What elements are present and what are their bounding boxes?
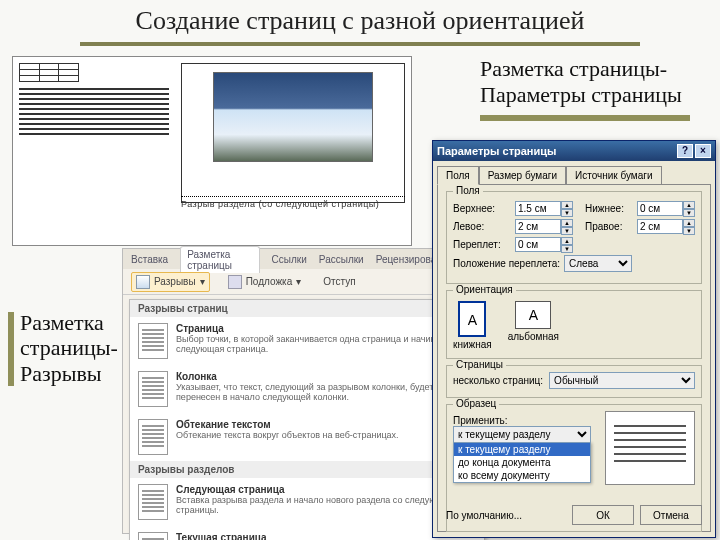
break-page[interactable]: СтраницаВыбор точки, в которой заканчива… — [130, 317, 484, 365]
top-margin-input[interactable] — [515, 201, 561, 216]
tab-paper-size[interactable]: Размер бумаги — [479, 166, 566, 185]
section-page-breaks: Разрывы страниц — [130, 300, 484, 317]
annotation-right-line2: Параметры страницы — [480, 82, 690, 108]
right-margin-input[interactable] — [637, 219, 683, 234]
break-current-page-title: Текущая страница — [176, 532, 473, 540]
break-next-page-desc: Вставка разрыва раздела и начало нового … — [176, 495, 476, 516]
close-button[interactable]: × — [695, 144, 711, 158]
bottom-margin-input[interactable] — [637, 201, 683, 216]
apply-select[interactable]: к текущему разделу — [453, 426, 591, 443]
apply-dropdown-open: к текущему разделу до конца документа ко… — [453, 442, 591, 483]
page-setup-dialog: Параметры страницы ? × Поля Размер бумаг… — [432, 140, 716, 538]
annotation-right: Разметка страницы- Параметры страницы — [480, 56, 690, 121]
break-next-page-icon — [138, 484, 168, 520]
dialog-body: Поля Верхнее: ▲▼ Нижнее: ▲▼ Левое: ▲▼ Пр… — [437, 184, 711, 532]
gutter-pos-label: Положение переплета: — [453, 258, 560, 269]
section-section-breaks: Разрывы разделов — [130, 461, 484, 478]
orientation-group: Ориентация A книжная A альбомная — [446, 290, 702, 359]
tab-margins[interactable]: Поля — [437, 166, 479, 185]
annotation-left-line2: страницы- — [20, 335, 118, 360]
annotation-left-line1: Разметка — [20, 310, 118, 335]
bottom-margin-label: Нижнее: — [585, 203, 633, 214]
sample-group-label: Образец — [453, 398, 499, 409]
break-page-icon — [138, 323, 168, 359]
top-margin-spinner[interactable]: ▲▼ — [561, 201, 573, 216]
apply-opt-whole-doc[interactable]: ко всему документу — [454, 469, 590, 482]
landscape-label: альбомная — [508, 331, 559, 342]
default-button[interactable]: По умолчанию... — [446, 510, 522, 521]
break-next-page[interactable]: Следующая страницаВставка разрыва раздел… — [130, 478, 484, 526]
apply-opt-to-end[interactable]: до конца документа — [454, 456, 590, 469]
apply-opt-current[interactable]: к текущему разделу — [454, 443, 590, 456]
dialog-button-row: По умолчанию... ОК Отмена — [446, 505, 702, 525]
portrait-label: книжная — [453, 339, 492, 350]
dialog-titlebar: Параметры страницы ? × — [433, 141, 715, 161]
orientation-group-label: Ориентация — [453, 284, 516, 295]
tab-paper-source[interactable]: Источник бумаги — [566, 166, 662, 185]
tab-insert[interactable]: Вставка — [131, 254, 168, 265]
pages-group-label: Страницы — [453, 359, 506, 370]
gutter-input[interactable] — [515, 237, 561, 252]
portrait-icon: A — [458, 301, 486, 337]
slide-title: Создание страниц с разной ориентацией — [0, 6, 720, 36]
annotation-right-line1: Разметка страницы- — [480, 56, 690, 82]
ok-button[interactable]: ОК — [572, 505, 634, 525]
landscape-page-thumb — [181, 63, 405, 203]
tab-references[interactable]: Ссылки — [272, 254, 307, 265]
break-page-title: Страница — [176, 323, 476, 334]
dialog-title-text: Параметры страницы — [437, 145, 556, 157]
section-break-marker: Разрыв раздела (со следующей страницы) — [181, 196, 405, 209]
sample-preview — [605, 411, 695, 485]
pages-group: Страницы несколько страниц: Обычный — [446, 365, 702, 398]
break-column-title: Колонка — [176, 371, 476, 382]
break-current-page[interactable]: Текущая страницаВставка разрыва раздела … — [130, 526, 484, 540]
top-margin-label: Верхнее: — [453, 203, 511, 214]
portrait-page-thumb — [19, 63, 169, 239]
annotation-left: Разметка страницы- Разрывы — [10, 310, 118, 386]
margins-group-label: Поля — [453, 185, 483, 196]
breaks-button[interactable]: Разрывы ▾ — [131, 272, 210, 292]
document-preview: Разрыв раздела (со следующей страницы) — [12, 56, 412, 246]
break-column-desc: Указывает, что текст, следующий за разры… — [176, 382, 476, 403]
break-textwrap-icon — [138, 419, 168, 455]
margins-group: Поля Верхнее: ▲▼ Нижнее: ▲▼ Левое: ▲▼ Пр… — [446, 191, 702, 284]
left-margin-input[interactable] — [515, 219, 561, 234]
pages-label: несколько страниц: — [453, 375, 543, 386]
gutter-pos-select[interactable]: Слева — [564, 255, 632, 272]
orientation-portrait[interactable]: A книжная — [453, 301, 492, 350]
tab-page-layout[interactable]: Разметка страницы — [180, 246, 259, 273]
break-textwrap[interactable]: Обтекание текстомОбтекание текста вокруг… — [130, 413, 484, 461]
break-page-desc: Выбор точки, в которой заканчивается одн… — [176, 334, 476, 355]
watermark-label: Подложка — [246, 276, 293, 287]
tab-mailings[interactable]: Рассылки — [319, 254, 364, 265]
cancel-button[interactable]: Отмена — [640, 505, 702, 525]
breaks-icon — [136, 275, 150, 289]
break-next-page-title: Следующая страница — [176, 484, 476, 495]
watermark-icon — [228, 275, 242, 289]
right-margin-spinner[interactable]: ▲▼ — [683, 219, 695, 234]
title-underline — [80, 42, 640, 46]
annotation-left-line3: Разрывы — [20, 361, 118, 386]
right-margin-label: Правое: — [585, 221, 633, 232]
landscape-icon: A — [515, 301, 551, 329]
gutter-spinner[interactable]: ▲▼ — [561, 237, 573, 252]
annotation-left-accent — [8, 312, 14, 386]
help-button[interactable]: ? — [677, 144, 693, 158]
break-column-icon — [138, 371, 168, 407]
pages-select[interactable]: Обычный — [549, 372, 695, 389]
watermark-button[interactable]: Подложка ▾ — [224, 273, 306, 291]
bottom-margin-spinner[interactable]: ▲▼ — [683, 201, 695, 216]
indent-button[interactable]: Отступ — [319, 274, 359, 289]
break-textwrap-title: Обтекание текстом — [176, 419, 399, 430]
photo-placeholder — [213, 72, 373, 162]
break-column[interactable]: КолонкаУказывает, что текст, следующий з… — [130, 365, 484, 413]
break-current-page-icon — [138, 532, 168, 540]
left-margin-spinner[interactable]: ▲▼ — [561, 219, 573, 234]
left-margin-label: Левое: — [453, 221, 511, 232]
apply-label: Применить: — [453, 415, 599, 426]
breaks-label: Разрывы — [154, 276, 196, 287]
indent-label: Отступ — [323, 276, 355, 287]
orientation-landscape[interactable]: A альбомная — [508, 301, 559, 350]
dialog-tabs: Поля Размер бумаги Источник бумаги — [433, 161, 715, 184]
break-textwrap-desc: Обтекание текста вокруг объектов на веб-… — [176, 430, 399, 440]
